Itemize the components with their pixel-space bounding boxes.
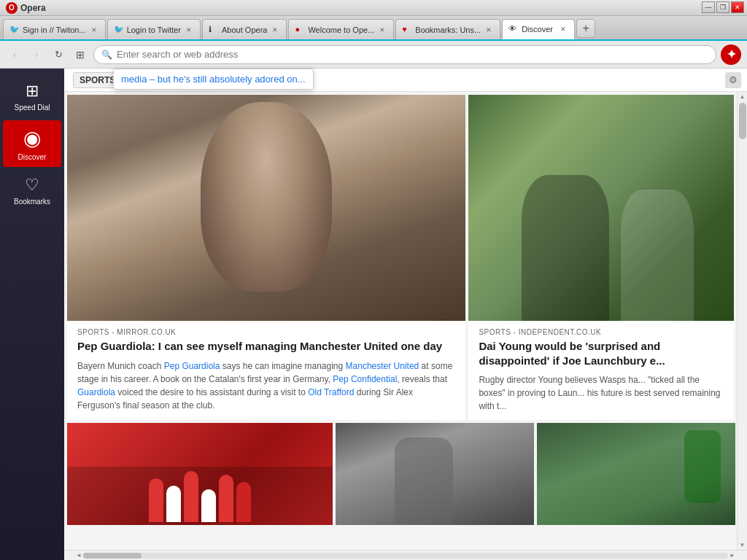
tab-favicon-twitter: 🐦 xyxy=(114,25,124,35)
tab-bar: 🐦 Sign in // Twiton... ✕ 🐦 Login to Twit… xyxy=(0,16,747,41)
scroll-up-arrow[interactable]: ▲ xyxy=(738,92,747,101)
settings-button[interactable]: ⚙ xyxy=(725,72,741,88)
article-pep[interactable]: SPORTS - MIRROR.CO.UK Pep Guardiola: I c… xyxy=(67,95,465,420)
tab-label-bookmarks: Bookmarks: Uns... xyxy=(415,26,481,34)
tab-favicon-bookmarks: ♥ xyxy=(402,25,412,35)
sidebar-label-speeddial: Speed Dial xyxy=(15,104,50,112)
article-rugby-text: SPORTS - INDEPENDENT.CO.UK Dai Young wou… xyxy=(468,321,734,420)
article-rugby-source: SPORTS - INDEPENDENT.CO.UK xyxy=(479,328,724,336)
tab-close-about[interactable]: ✕ xyxy=(270,25,280,35)
app-logo: O Opera xyxy=(6,2,46,14)
tab-signin[interactable]: 🐦 Sign in // Twiton... ✕ xyxy=(3,19,106,39)
bottom-articles-row xyxy=(64,420,737,528)
tab-favicon-about: ℹ xyxy=(209,25,219,35)
opera-logo-icon: O xyxy=(6,2,18,14)
article-rugby[interactable]: SPORTS - INDEPENDENT.CO.UK Dai Young wou… xyxy=(468,95,734,420)
tab-label-discover: Discover xyxy=(522,25,555,34)
tab-bookmarks[interactable]: ♥ Bookmarks: Uns... ✕ xyxy=(395,19,500,39)
minimize-button[interactable]: — xyxy=(702,1,715,13)
tab-twitter[interactable]: 🐦 Login to Twitter ✕ xyxy=(107,19,201,39)
scroll-down-arrow[interactable]: ▼ xyxy=(738,540,747,550)
app-title: Opera xyxy=(20,3,46,13)
url-bar: 🔍 xyxy=(93,45,716,64)
sidebar: ⊞ Speed Dial ◉ Discover ♡ Bookmarks xyxy=(0,69,64,560)
article-rugby-title[interactable]: Dai Young would be 'surprised and disapp… xyxy=(479,339,724,368)
articles-scroll: SPORTS - MIRROR.CO.UK Pep Guardiola: I c… xyxy=(64,92,737,550)
h-scroll-thumb[interactable] xyxy=(83,553,142,559)
main-layout: ⊞ Speed Dial ◉ Discover ♡ Bookmarks SPOR… xyxy=(0,69,747,560)
article-manager[interactable] xyxy=(336,423,534,525)
reload-button[interactable]: ↻ xyxy=(50,46,67,63)
tab-discover[interactable]: 👁 Discover ✕ xyxy=(502,19,575,39)
horizontal-scrollbar[interactable]: ◄ ► xyxy=(64,550,747,560)
tab-favicon-welcome: ● xyxy=(295,25,305,35)
vertical-scrollbar[interactable]: ▲ ▼ xyxy=(737,92,747,550)
tab-favicon-discover: 👁 xyxy=(508,24,519,34)
bookmarks-icon: ♡ xyxy=(25,176,39,195)
tab-close-bookmarks[interactable]: ✕ xyxy=(484,25,494,35)
tab-close-signin[interactable]: ✕ xyxy=(89,25,99,35)
discover-icon: ◉ xyxy=(23,126,41,150)
sidebar-item-speeddial[interactable]: ⊞ Speed Dial xyxy=(3,76,61,117)
tab-close-welcome[interactable]: ✕ xyxy=(377,25,387,35)
opera-red-button[interactable]: ✦ xyxy=(721,44,741,65)
h-scroll-track xyxy=(83,553,728,559)
search-icon: 🔍 xyxy=(101,50,112,60)
forward-button[interactable]: › xyxy=(28,46,45,63)
tab-favicon-signin: 🐦 xyxy=(9,25,20,35)
tab-label-twitter: Login to Twitter xyxy=(127,26,181,34)
tab-close-discover[interactable]: ✕ xyxy=(558,24,568,34)
address-bar: ‹ › ↻ ⊞ 🔍 ✦ xyxy=(0,41,747,69)
autocomplete-text: media – but he's still absolutely adored… xyxy=(121,74,306,85)
scroll-left-arrow[interactable]: ◄ xyxy=(74,552,83,559)
tab-aboutopera[interactable]: ℹ About Opera ✕ xyxy=(202,19,287,39)
new-tab-button[interactable]: + xyxy=(576,19,595,38)
settings-icon: ⚙ xyxy=(729,74,738,85)
grid-button[interactable]: ⊞ xyxy=(71,46,89,63)
back-button[interactable]: ‹ xyxy=(6,46,23,63)
scroll-right-arrow[interactable]: ► xyxy=(728,552,737,559)
sidebar-item-discover[interactable]: ◉ Discover xyxy=(3,120,61,167)
autocomplete-dropdown[interactable]: media – but he's still absolutely adored… xyxy=(113,69,314,90)
title-bar: O Opera — ❐ ✕ xyxy=(0,0,747,16)
close-button[interactable]: ✕ xyxy=(731,1,744,13)
article-fans[interactable] xyxy=(67,423,333,525)
article-pep-body: Bayern Munich coach Pep Guardiola says h… xyxy=(77,359,455,412)
article-pep-title[interactable]: Pep Guardiola: I can see myself managing… xyxy=(77,339,455,354)
scroll-thumb[interactable] xyxy=(739,103,746,139)
speeddial-icon: ⊞ xyxy=(26,82,39,101)
tab-label-welcome: Welcome to Ope... xyxy=(308,26,374,34)
url-input[interactable] xyxy=(117,49,708,60)
article-pep-text: SPORTS - MIRROR.CO.UK Pep Guardiola: I c… xyxy=(67,321,465,419)
tab-close-twitter[interactable]: ✕ xyxy=(184,25,194,35)
article-rugby-body: Rugby director Young believes Wasps ha..… xyxy=(479,373,724,413)
top-articles-row: SPORTS - MIRROR.CO.UK Pep Guardiola: I c… xyxy=(64,92,737,420)
articles-container: SPORTS - MIRROR.CO.UK Pep Guardiola: I c… xyxy=(64,92,747,550)
article-field[interactable] xyxy=(537,423,735,525)
sidebar-item-bookmarks[interactable]: ♡ Bookmarks xyxy=(3,170,61,211)
content-area: SPORTS ▼ ⚙ xyxy=(64,69,747,560)
sidebar-label-discover: Discover xyxy=(18,153,47,161)
tab-label-signin: Sign in // Twiton... xyxy=(23,26,86,34)
restore-button[interactable]: ❐ xyxy=(716,1,729,13)
sports-dropdown-label: SPORTS xyxy=(80,75,115,85)
tab-label-about: About Opera xyxy=(222,26,267,34)
window-controls: — ❐ ✕ xyxy=(702,1,744,13)
sidebar-label-bookmarks: Bookmarks xyxy=(14,198,50,206)
article-pep-source: SPORTS - MIRROR.CO.UK xyxy=(77,328,455,336)
tab-welcome[interactable]: ● Welcome to Ope... ✕ xyxy=(288,19,394,39)
